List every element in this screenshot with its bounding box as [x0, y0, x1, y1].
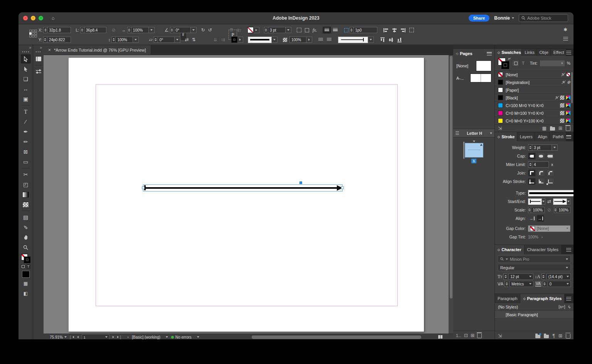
tab-character-styles[interactable]: Character Styles — [525, 245, 562, 254]
control-panel-menu-icon[interactable] — [563, 37, 568, 40]
basic-paragraph-style-row[interactable]: [Basic Paragraph] — [495, 310, 574, 319]
master-none-thumbnail[interactable] — [476, 60, 491, 71]
line-start-handle[interactable] — [142, 186, 145, 189]
tab-align[interactable]: Align — [535, 132, 550, 141]
end-arrowhead-select[interactable] — [553, 198, 567, 205]
swatch-row-paper[interactable]: [Paper] — [495, 86, 574, 94]
gradient-feather-tool[interactable] — [21, 200, 31, 209]
tab-links[interactable]: Links — [522, 49, 536, 56]
corner-radius-stepper[interactable] — [350, 27, 353, 33]
paragraph-styles-menu-icon[interactable] — [566, 297, 571, 300]
broken-chain-icon[interactable]: ⊘ — [112, 28, 116, 32]
document-tab[interactable]: × *Arrow Ends Tutorial.indd @ 76% [GPU P… — [44, 45, 151, 55]
fill-stroke-proxy[interactable] — [21, 254, 30, 263]
round-cap-button[interactable] — [537, 153, 545, 159]
swatch-row-none[interactable]: [None] ✎ — [495, 71, 574, 79]
tint-more-button[interactable] — [306, 37, 312, 43]
size-bar-grip-icon[interactable] — [456, 131, 459, 135]
scale-y-dropdown[interactable] — [133, 37, 139, 43]
scale-start-stepper[interactable] — [528, 207, 531, 213]
select-next-icon[interactable]: ⇉ — [221, 37, 225, 42]
dock-collapse-icon[interactable]: » — [33, 45, 44, 50]
screen-mode-button[interactable]: ◧ — [21, 289, 31, 298]
page-size-bar[interactable]: Letter H — [453, 129, 494, 138]
stroke-black-swatch[interactable] — [24, 257, 30, 263]
select-previous-icon[interactable]: ⇇ — [237, 28, 241, 32]
pencil-tool[interactable]: ✏ — [21, 137, 31, 146]
leading-stepper[interactable] — [542, 273, 545, 280]
line-end-chevron[interactable] — [368, 37, 374, 43]
effects-fx-button[interactable]: fx. — [313, 27, 317, 33]
align-stroke-center-button[interactable] — [528, 178, 536, 185]
flip-horizontal-icon[interactable]: ⇄ — [185, 37, 189, 42]
font-size-stepper[interactable] — [503, 273, 507, 280]
align-stroke-inside-button[interactable] — [537, 178, 545, 185]
stroke-swatch[interactable] — [231, 37, 237, 43]
hand-tool[interactable] — [21, 233, 31, 242]
tab-paragraph-styles[interactable]: ◇ Paragraph Styles — [520, 294, 565, 303]
panel-toggle-icon[interactable]: ◇ — [456, 52, 458, 55]
edit-page-size-icon[interactable]: ⊡ — [464, 333, 468, 338]
stroke-type-select[interactable] — [528, 190, 574, 196]
rotate-ccw-icon[interactable]: ↺ — [208, 28, 212, 32]
align-top-button[interactable] — [380, 37, 385, 42]
page-1-thumbnail[interactable]: A — [465, 143, 483, 158]
new-swatch-icon[interactable]: ⊞ — [558, 126, 562, 131]
shear-dropdown[interactable] — [175, 37, 180, 43]
wrap-around-bounding-box-button[interactable] — [331, 27, 340, 34]
selected-line-bounding-box[interactable] — [143, 185, 343, 191]
page-tool[interactable]: ❏ — [21, 74, 31, 84]
corner-shape-icon[interactable] — [305, 28, 309, 32]
align-left-button[interactable] — [383, 28, 388, 32]
tab-stroke[interactable]: ◇ Stroke — [495, 132, 517, 141]
tab-object-styles[interactable]: Obje — [537, 49, 551, 56]
fill-swatch[interactable] — [247, 27, 254, 33]
stroke-swatch-dropdown[interactable] — [237, 37, 243, 43]
close-window-button[interactable]: × — [23, 16, 28, 20]
formatting-affects-container-button[interactable] — [21, 264, 25, 269]
clear-overrides-icon[interactable]: ¶ — [552, 334, 555, 338]
weight-stepper[interactable] — [528, 144, 532, 151]
swatch-list-scrollbar[interactable] — [571, 72, 573, 124]
minimize-window-button[interactable]: − — [31, 16, 35, 20]
select-content-icon[interactable]: ⇊ — [214, 37, 217, 42]
character-panel-menu-icon[interactable] — [566, 248, 571, 252]
stroke-type-chevron[interactable] — [272, 37, 278, 43]
preflight-profile-dropdown[interactable]: [Basic] (working) — [132, 335, 168, 339]
dock-grip[interactable] — [36, 51, 41, 52]
tab-character[interactable]: ◇ Character — [495, 245, 525, 254]
tab-pathfinder[interactable]: Pathfi — [550, 132, 566, 141]
fill-swatch-dropdown[interactable] — [254, 27, 259, 33]
kerning-field[interactable]: Metrics — [510, 281, 533, 287]
rotation-stepper[interactable] — [170, 27, 174, 33]
swatch-views-icon[interactable]: ▦ — [542, 126, 547, 131]
y-stepper[interactable] — [43, 37, 47, 43]
tracking-stepper[interactable] — [543, 281, 547, 287]
gap-tint-value[interactable]: 100% — [528, 235, 538, 239]
rotate-cw-icon[interactable]: ↻ — [201, 28, 205, 32]
document-page[interactable] — [69, 58, 424, 332]
new-style-group-from-styles-icon[interactable] — [535, 335, 540, 338]
tracking-field[interactable]: 0 — [548, 281, 571, 287]
align-middle-button[interactable] — [389, 37, 393, 42]
corner-radius-input[interactable]: 1p0 — [353, 27, 377, 33]
stroke-weight-input[interactable]: 3 pt — [268, 27, 286, 33]
scale-x-input[interactable]: 100% — [131, 27, 149, 33]
shear-input[interactable]: 0° — [158, 37, 175, 43]
delete-style-icon[interactable] — [566, 334, 570, 339]
leading-field[interactable]: (14.4 pt) — [547, 273, 571, 280]
wrap-clear-button[interactable] — [325, 36, 333, 43]
tab-swatches[interactable]: ◇ Swatches — [495, 49, 522, 56]
master-none-row[interactable]: [None] — [453, 60, 494, 71]
preflight-icon[interactable]: ◔ — [126, 335, 129, 339]
share-button[interactable]: Share — [469, 15, 490, 22]
end-arrowhead-chevron[interactable] — [567, 198, 570, 205]
zoom-level-dropdown[interactable]: 75.91% — [50, 335, 67, 339]
swap-arrowheads-icon[interactable]: ⇄ — [547, 199, 551, 204]
miter-input[interactable]: 4 — [532, 161, 549, 168]
tab-paragraph[interactable]: Paragraph — [495, 294, 520, 303]
no-text-wrap-button[interactable] — [323, 27, 331, 34]
adobe-stock-search[interactable]: Adobe Stock — [519, 14, 568, 22]
view-options-button[interactable]: ▦ — [21, 279, 31, 288]
settings-gear-icon[interactable]: ✱ — [563, 27, 567, 32]
